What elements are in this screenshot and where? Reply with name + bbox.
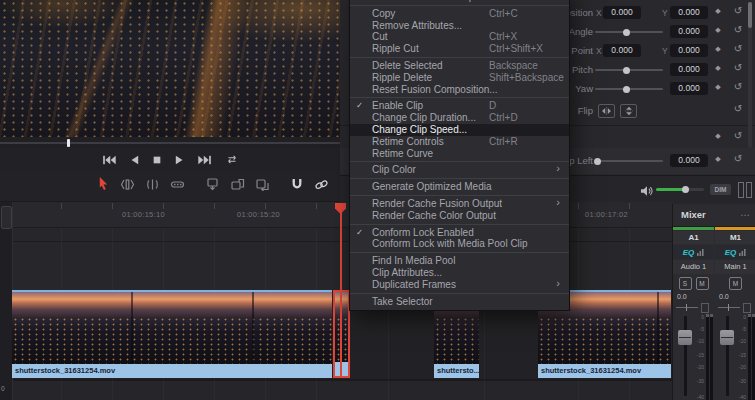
solo-button[interactable]: S (679, 277, 692, 290)
dim-button[interactable]: DIM (710, 184, 731, 195)
pan-control[interactable] (718, 303, 753, 311)
mute-button[interactable]: M (729, 277, 742, 290)
value-field[interactable]: 0.000 (603, 44, 641, 57)
link-clips-icon[interactable] (314, 177, 329, 195)
menu-item-cut[interactable]: CutCtrl+X (350, 31, 569, 43)
speaker-icon[interactable] (640, 183, 653, 201)
clip-name: shutterstock_31631254.mov (538, 364, 671, 378)
channel-id: A1 (673, 231, 714, 244)
dynamic-trim-mode-icon[interactable] (145, 177, 160, 195)
menu-item-retime-controls[interactable]: Retime ControlsCtrl+R (350, 136, 569, 148)
channel-eq-button[interactable]: EQ (673, 245, 714, 259)
menu-separator (350, 293, 569, 294)
skip-back-button[interactable] (102, 155, 116, 165)
channel-id: M1 (715, 231, 755, 244)
monitor-volume-slider[interactable] (656, 188, 704, 191)
loop-button[interactable] (225, 154, 239, 165)
reset-icon[interactable]: ↺ (730, 153, 746, 164)
razor-tool-icon[interactable] (170, 177, 185, 195)
timeline-clip[interactable]: shutterstock_31631254.mov (12, 290, 332, 378)
mixer-options-icon[interactable]: … (740, 207, 750, 218)
inspector-scrollbar[interactable] (748, 2, 752, 148)
replace-clip-icon[interactable] (255, 177, 270, 195)
menu-item-conform-lock-enabled[interactable]: ✓Conform Lock Enabled (350, 227, 569, 239)
check-icon: ✓ (356, 100, 363, 112)
menu-item-enable-clip[interactable]: ✓Enable ClipD (350, 100, 569, 112)
keyframe-icon[interactable]: ◆ (710, 64, 726, 72)
menu-item-new-vfx-connect-clip[interactable]: New VFX Connect Clip... (350, 0, 569, 3)
reset-icon[interactable]: ↺ (730, 43, 746, 54)
menu-item-clip-attributes[interactable]: Clip Attributes... (350, 267, 569, 279)
menu-item-ripple-delete[interactable]: Ripple DeleteShift+Backspace (350, 72, 569, 84)
reset-icon[interactable]: ↺ (730, 62, 746, 73)
keyframe-icon[interactable]: ◆ (710, 132, 726, 140)
reset-icon[interactable]: ↺ (730, 24, 746, 35)
reset-icon[interactable]: ↺ (730, 103, 746, 114)
pan-control[interactable] (676, 303, 711, 311)
value-field[interactable]: 0.000 (670, 154, 708, 167)
fader-track[interactable] (726, 316, 729, 396)
menu-item-reset-fusion-composition[interactable]: Reset Fusion Composition... (350, 84, 569, 96)
channel-fader: 0 -5 -10 -15 -20 -30 -40 (715, 312, 755, 400)
track-header-button[interactable] (1, 206, 12, 229)
menu-item-ripple-cut[interactable]: Ripple CutCtrl+Shift+X (350, 43, 569, 55)
menu-item-change-clip-duration[interactable]: Change Clip Duration...Ctrl+D (350, 112, 569, 124)
keyframe-icon[interactable]: ◆ (710, 155, 726, 163)
scrubber-track[interactable] (0, 142, 341, 144)
menu-item-render-cache-fusion-output[interactable]: Render Cache Fusion Output› (350, 198, 569, 210)
keyframe-icon[interactable]: ◆ (710, 26, 726, 34)
fader-handle[interactable] (678, 330, 692, 345)
value-field[interactable]: 0.000 (670, 82, 708, 95)
insert-clip-icon[interactable] (205, 177, 220, 195)
value-field[interactable]: 0.000 (670, 25, 708, 38)
menu-item-conform-lock-with-media-pool-clip[interactable]: Conform Lock with Media Pool Clip (350, 238, 569, 250)
value-field[interactable]: 0.000 (603, 6, 641, 19)
mute-button[interactable]: M (696, 277, 709, 290)
overwrite-clip-icon[interactable] (230, 177, 245, 195)
crop-left-slider[interactable] (595, 160, 663, 162)
meters-toggle-icon[interactable] (738, 182, 752, 198)
trim-edit-mode-icon[interactable] (120, 177, 135, 195)
channel-eq-button[interactable]: EQ (715, 245, 755, 259)
reset-icon[interactable]: ↺ (730, 5, 746, 16)
angle-slider[interactable] (595, 31, 663, 33)
value-field[interactable]: 0.000 (670, 44, 708, 57)
skip-forward-button[interactable] (198, 155, 212, 165)
menu-item-copy[interactable]: CopyCtrl+C (350, 8, 569, 20)
snapping-magnet-icon[interactable] (290, 177, 304, 195)
fader-handle[interactable] (720, 330, 734, 345)
volume-slider-handle[interactable] (682, 186, 689, 193)
menu-item-duplicated-frames[interactable]: Duplicated Frames› (350, 279, 569, 291)
pitch-slider[interactable] (595, 69, 663, 71)
play-reverse-button[interactable] (129, 155, 139, 165)
scrollbar-thumb[interactable] (748, 2, 752, 28)
keyframe-icon[interactable]: ◆ (710, 45, 726, 53)
menu-item-find-in-media-pool[interactable]: Find In Media Pool (350, 255, 569, 267)
reset-icon[interactable]: ↺ (730, 81, 746, 92)
keyframe-icon[interactable]: ◆ (710, 7, 726, 15)
menu-item-remove-attributes[interactable]: Remove Attributes... (350, 20, 569, 32)
flip-vertical-button[interactable] (620, 104, 637, 118)
selection-tool-icon[interactable] (97, 177, 110, 195)
menu-item-generate-optimized-media[interactable]: Generate Optimized Media (350, 181, 569, 193)
flip-horizontal-button[interactable] (598, 104, 615, 118)
stop-button[interactable] (152, 155, 162, 165)
ruler-tick (265, 203, 266, 209)
viewer-scrubber[interactable] (0, 137, 341, 148)
value-field[interactable]: 0.000 (670, 63, 708, 76)
axis-label: X (596, 46, 602, 56)
menu-item-take-selector[interactable]: Take Selector (350, 296, 569, 308)
value-field[interactable]: 0.000 (670, 6, 708, 19)
play-button[interactable] (175, 155, 185, 165)
menu-item-render-cache-color-output[interactable]: Render Cache Color Output (350, 210, 569, 222)
menu-item-clip-color[interactable]: Clip Color› (350, 164, 569, 176)
scrubber-playhead[interactable] (67, 139, 70, 147)
fader-track[interactable] (684, 316, 687, 396)
menu-item-retime-curve[interactable]: Retime Curve (350, 148, 569, 160)
menu-item-delete-selected[interactable]: Delete SelectedBackspace (350, 60, 569, 72)
menu-item-change-clip-speed[interactable]: Change Clip Speed... (350, 124, 569, 136)
reset-icon[interactable]: ↺ (730, 130, 746, 141)
keyframe-icon[interactable]: ◆ (710, 83, 726, 91)
yaw-slider[interactable] (595, 88, 663, 90)
channel-level: 0.0 (677, 293, 687, 300)
